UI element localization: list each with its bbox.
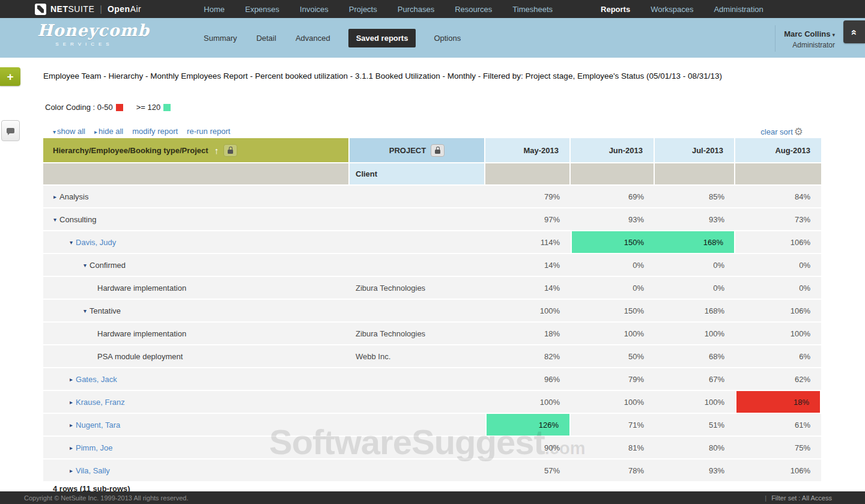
cell-value: 79% [485,186,571,207]
nav-item-resources[interactable]: Resources [455,5,492,14]
row-label: PSA module deployment [97,352,183,361]
lock-column-button[interactable] [223,144,237,157]
nav-item-invoices[interactable]: Invoices [300,5,329,14]
expand-icon[interactable]: ▸ [70,422,73,428]
cell-value: 62% [735,368,821,390]
row-hierarchy-cell: ▾Tentative [43,300,350,321]
table-row: Hardware implementationZibura Technologi… [43,323,821,344]
hierarchy-header-label: Hierarchy/Employee/Booking type/Project [53,146,208,155]
nav-item-expenses[interactable]: Expenses [245,5,279,14]
table-row: ▾Confirmed14%0%0%0% [43,254,821,276]
row-client-cell: Webb Inc. [350,345,485,367]
row-hierarchy-cell: ▸Pimm, Joe [43,437,350,458]
show-all-link[interactable]: ▾show all [53,127,85,136]
cell-value: 79% [571,368,655,390]
speech-bubble-icon [7,128,14,133]
sort-ascending-icon[interactable]: ↑ [214,145,219,156]
cell-value: 0% [655,277,735,299]
netsuite-openair-logo[interactable]: NETSUITE | OpenAir [35,4,141,15]
expand-icon[interactable]: ▸ [70,399,73,405]
row-label[interactable]: Krause, Franz [76,398,125,407]
row-label[interactable]: Davis, Judy [76,238,116,247]
cell-value: 71% [571,414,655,436]
cell-value: 73% [735,208,821,230]
collapse-icon[interactable]: ▾ [70,239,73,246]
row-label[interactable]: Vila, Sally [76,466,110,475]
collapse-header-button[interactable]: « [843,20,865,43]
tab-options[interactable]: Options [432,29,462,47]
user-menu[interactable]: Marc Collins▾ [784,28,835,39]
row-hierarchy-cell: ▸Krause, Franz [43,391,350,413]
row-client-cell [350,208,485,230]
month-column-header[interactable]: Aug-2013 [735,138,821,162]
report-title: Employee Team - Hierarchy - Monthly Empl… [43,71,764,80]
collapse-icon[interactable]: ▾ [83,308,86,314]
row-hierarchy-cell: ▸Analysis [43,186,350,207]
cell-value-red-highlight: 18% [735,391,821,413]
report-tabs: SummaryDetailAdvancedSaved reportsOption… [202,18,462,58]
month-column-header[interactable]: Jul-2013 [655,138,735,162]
cell-value: 80% [655,437,735,458]
feedback-button[interactable] [1,120,20,141]
lock-column-button[interactable] [431,144,445,157]
legend-green-swatch [163,104,171,111]
create-new-button[interactable]: + [0,67,20,86]
cell-value: 100% [571,391,655,413]
rerun-report-link[interactable]: re-run report [187,127,230,136]
row-label[interactable]: Gates, Jack [76,375,117,384]
project-column-header[interactable]: PROJECT [350,138,485,162]
gear-icon[interactable]: ⚙ [794,127,803,137]
user-name[interactable]: Marc Collins [784,29,830,38]
cell-value: 106% [735,460,821,481]
cell-value: 93% [655,208,735,230]
modify-report-link[interactable]: modify report [132,127,178,136]
expand-icon[interactable]: ▸ [70,467,73,474]
month-column-header[interactable]: Jun-2013 [571,138,655,162]
collapse-icon[interactable]: ▾ [53,216,56,223]
double-chevron-up-icon: « [848,29,860,34]
legend-high-label: >= 120 [136,103,161,112]
nav-item-purchases[interactable]: Purchases [398,5,434,14]
nav-item-workspaces[interactable]: Workspaces [651,5,693,14]
tab-summary[interactable]: Summary [202,29,238,47]
cell-value-green-highlight: 168% [655,231,735,253]
tab-detail[interactable]: Detail [255,29,278,47]
brand-openair: OpenAir [108,4,141,14]
table-body: ▸Analysis79%69%85%84%▾Consulting97%93%93… [43,186,821,481]
row-hierarchy-cell: ▾Davis, Judy [43,231,350,253]
nav-item-timesheets[interactable]: Timesheets [512,5,553,14]
expand-icon[interactable]: ▸ [70,376,73,383]
table-row: ▸Analysis79%69%85%84% [43,186,821,207]
filter-set-area: | Filter set : All Access [765,494,832,502]
expand-icon[interactable]: ▸ [53,193,56,200]
expand-icon[interactable]: ▸ [70,445,73,451]
nav-item-administration[interactable]: Administration [714,5,763,14]
nav-item-projects[interactable]: Projects [349,5,377,14]
honeycomb-logo: Honeycomb SERVICES [37,22,127,47]
header-band: Honeycomb SERVICES SummaryDetailAdvanced… [0,18,865,58]
row-label[interactable]: Pimm, Joe [76,443,112,452]
user-box: Marc Collins▾ Administrator [775,25,835,52]
cell-value: 100% [655,323,735,344]
legend-red-swatch [116,104,123,111]
row-label: Analysis [59,192,88,201]
nav-item-reports[interactable]: Reports [601,5,630,14]
row-hierarchy-cell: ▸Gates, Jack [43,368,350,390]
collapse-icon[interactable]: ▾ [83,262,86,269]
row-label[interactable]: Nugent, Tara [76,421,120,430]
table-row: ▸Gates, Jack96%79%67%62% [43,368,821,390]
clear-sort-link[interactable]: clear sort [760,127,792,136]
legend-label: Color Coding : [45,103,95,112]
tab-saved-reports[interactable]: Saved reports [348,29,416,47]
table-subheader-row: Client [43,163,821,184]
top-nav-bar: NETSUITE | OpenAir HomeExpensesInvoicesP… [0,0,865,18]
cell-value: 68% [655,345,735,367]
hide-all-link[interactable]: ▸hide all [94,127,123,136]
hierarchy-column-header[interactable]: Hierarchy/Employee/Booking type/Project … [43,138,350,162]
cell-value: 51% [655,414,735,436]
client-subheader-cell: Client [350,163,485,184]
nav-item-home[interactable]: Home [204,5,225,14]
month-column-header[interactable]: May-2013 [485,138,571,162]
tab-advanced[interactable]: Advanced [294,29,332,47]
row-client-cell: Zibura Technologies [350,277,485,299]
